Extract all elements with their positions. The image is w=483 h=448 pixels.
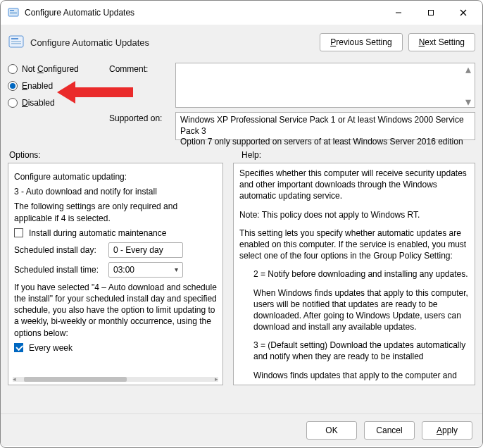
window-title: Configure Automatic Updates	[25, 8, 382, 18]
svg-rect-10	[11, 41, 21, 42]
help-text: Windows finds updates that apply to the …	[239, 370, 469, 381]
help-text: Note: This policy does not apply to Wind…	[239, 209, 469, 220]
svg-rect-11	[11, 43, 21, 44]
maximize-button[interactable]	[415, 2, 447, 23]
minimize-button[interactable]	[382, 2, 415, 23]
install-maintenance-checkbox[interactable]: Install during automatic maintenance	[14, 228, 217, 238]
comment-textarea[interactable]: ▴ ▾	[175, 63, 475, 108]
radio-not-configured[interactable]: Not Configured	[8, 64, 99, 74]
radio-icon	[8, 98, 18, 108]
radio-icon	[8, 64, 18, 74]
svg-rect-2	[10, 12, 17, 13]
svg-rect-9	[11, 38, 18, 39]
dialog-footer: OK Cancel Apply	[1, 413, 482, 446]
close-button[interactable]	[447, 2, 479, 23]
radio-enabled[interactable]: Enabled	[8, 81, 99, 91]
app-icon	[8, 7, 19, 18]
comment-label: Comment:	[109, 63, 168, 74]
policy-icon	[8, 34, 25, 51]
help-text: 3 = (Default setting) Download the updat…	[239, 340, 469, 362]
help-text: Specifies whether this computer will rec…	[239, 168, 469, 202]
svg-rect-3	[10, 13, 17, 14]
options-label: Options:	[9, 150, 242, 160]
svg-rect-5	[429, 11, 434, 15]
scroll-up-icon: ▴	[463, 64, 473, 74]
supported-on-label: Supported on:	[109, 112, 168, 123]
options-pane: Configure automatic updating: 3 - Auto d…	[8, 163, 223, 385]
help-text: 2 = Notify before downloading and instal…	[239, 268, 469, 280]
previous-setting-button[interactable]: Previous Setting	[320, 33, 402, 51]
next-setting-button[interactable]: Next Setting	[408, 33, 475, 51]
title-bar: Configure Automatic Updates	[1, 1, 482, 25]
state-radio-group: Not Configured Enabled Disabled	[8, 63, 99, 140]
policy-title: Configure Automatic Updates	[30, 37, 320, 48]
subheader: Configure Automatic Updates Previous Set…	[8, 30, 475, 58]
scheduled-time-label: Scheduled install time:	[14, 265, 103, 275]
horizontal-scrollbar[interactable]: ◂ ▸	[13, 377, 218, 382]
supported-on-text: Windows XP Professional Service Pack 1 o…	[175, 112, 475, 140]
help-text: When Windows finds updates that apply to…	[239, 287, 469, 333]
scroll-down-icon: ▾	[463, 97, 473, 106]
ok-button[interactable]: OK	[306, 421, 357, 440]
help-label: Help:	[242, 150, 261, 160]
cancel-button[interactable]: Cancel	[364, 421, 415, 440]
svg-rect-1	[10, 10, 14, 11]
scheduled-time-select[interactable]: 03:00▾	[108, 262, 183, 278]
help-pane: Specifies whether this computer will rec…	[233, 163, 475, 385]
scheduled-day-select[interactable]: 0 - Every day	[108, 242, 183, 258]
checkbox-icon	[14, 343, 23, 352]
radio-icon	[8, 81, 18, 91]
configure-updating-value[interactable]: 3 - Auto download and notify for install	[14, 186, 217, 197]
apply-button[interactable]: Apply	[422, 421, 472, 440]
following-settings-text: The following settings are only required…	[14, 201, 217, 223]
selected-4-text: If you have selected "4 – Auto download …	[14, 282, 217, 339]
configure-updating-label: Configure automatic updating:	[14, 171, 217, 182]
radio-disabled[interactable]: Disabled	[8, 98, 99, 108]
checkbox-icon	[14, 228, 23, 237]
chevron-down-icon: ▾	[175, 266, 178, 273]
scheduled-day-label: Scheduled install day:	[14, 245, 103, 255]
every-week-checkbox[interactable]: Every week	[14, 343, 217, 353]
help-text: This setting lets you specify whether au…	[239, 228, 469, 262]
